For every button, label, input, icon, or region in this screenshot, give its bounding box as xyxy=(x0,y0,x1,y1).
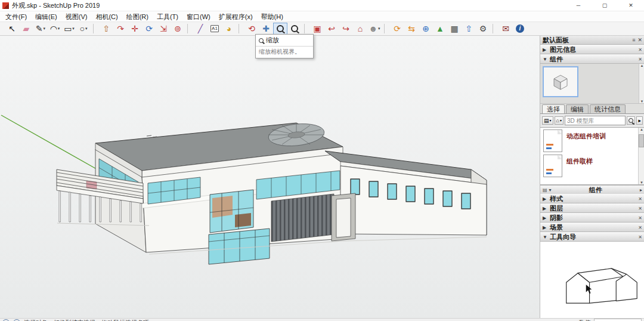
section-scenes[interactable]: ▶ 场景 ✕ xyxy=(540,223,644,232)
pane-toggle-button[interactable]: ▸ xyxy=(636,116,643,125)
menu-file[interactable]: 文件(F) xyxy=(1,12,31,21)
scrollbar-thumb[interactable] xyxy=(639,134,644,147)
expand-arrow-icon[interactable]: ▼ xyxy=(543,234,547,240)
menu-edit[interactable]: 编辑(E) xyxy=(31,12,61,21)
menu-view[interactable]: 视图(V) xyxy=(61,12,92,21)
component-item[interactable]: 动态组件培训 xyxy=(543,129,637,155)
feedback-button[interactable]: ✉ xyxy=(499,23,513,35)
extension-warehouse-button[interactable]: ▦ xyxy=(447,23,462,35)
pan-tool[interactable]: ✚ xyxy=(259,23,273,35)
menu-camera[interactable]: 相机(C) xyxy=(91,12,122,21)
expand-arrow-icon[interactable]: ▶ xyxy=(543,47,547,53)
component-item[interactable]: 组件取样 xyxy=(543,155,637,180)
building-model[interactable] xyxy=(57,121,487,264)
add-location-button[interactable]: ⊕ xyxy=(419,23,433,35)
components-tab-select[interactable]: 选择 xyxy=(542,104,565,113)
warehouse-search-input[interactable] xyxy=(565,116,626,125)
previous-view-tool[interactable]: ↩ xyxy=(324,23,339,35)
chevron-down-icon[interactable]: ▾ xyxy=(549,187,552,193)
move-tool[interactable]: ✛ xyxy=(128,23,142,35)
components-tab-edit[interactable]: 编辑 xyxy=(566,104,589,113)
next-view-tool[interactable]: ↪ xyxy=(339,23,353,35)
followme-tool[interactable]: ↷ xyxy=(113,23,128,35)
get-models-button[interactable]: ⌂ xyxy=(353,23,367,35)
viewport-canvas[interactable] xyxy=(0,36,540,318)
section-close-icon[interactable]: ✕ xyxy=(638,57,642,62)
section-close-icon[interactable]: ✕ xyxy=(638,215,642,221)
eraser-tool[interactable]: ▰ xyxy=(19,23,33,35)
orbit-tool[interactable]: ⟲ xyxy=(244,23,259,35)
dropdown-arrow-icon[interactable]: ▾ xyxy=(44,26,46,31)
rectangle-tool[interactable]: ▭▾ xyxy=(62,23,76,35)
dropdown-arrow-icon[interactable]: ▾ xyxy=(378,26,380,31)
help-button[interactable]: i xyxy=(513,23,527,35)
text-tool[interactable]: A1 xyxy=(208,23,222,35)
zoom-extents-tool[interactable]: ▣ xyxy=(310,23,324,35)
section-close-icon[interactable]: ✕ xyxy=(638,234,642,240)
tape-measure-tool[interactable]: ╱ xyxy=(193,23,208,35)
measurements: 数值 xyxy=(579,319,642,321)
offset-tool[interactable]: ⊚ xyxy=(171,23,185,35)
tray-header[interactable]: 默认面板 ≡ ✕ xyxy=(540,36,644,45)
tray-close-icon[interactable]: ✕ xyxy=(637,37,642,43)
tray-menu-icon[interactable]: ≡ xyxy=(632,37,635,43)
paint-bucket-tool[interactable]: ◕ xyxy=(222,23,236,35)
component-selected-card[interactable] xyxy=(543,66,578,97)
settings-button[interactable]: ⚙ xyxy=(476,23,490,35)
section-styles[interactable]: ▶ 样式 ✕ xyxy=(540,194,644,203)
upload-model-button[interactable]: ⇧ xyxy=(462,23,476,35)
line-tool[interactable]: ✎▾ xyxy=(33,23,48,35)
menu-extensions[interactable]: 扩展程序(x) xyxy=(215,12,257,21)
components-tab-stats[interactable]: 统计信息 xyxy=(590,104,626,113)
dropdown-arrow-icon[interactable]: ▾ xyxy=(85,26,88,31)
menu-window[interactable]: 窗口(W) xyxy=(182,12,215,21)
menu-help[interactable]: 帮助(H) xyxy=(257,12,287,21)
share-model-button[interactable]: ▲ xyxy=(433,23,447,35)
expand-arrow-icon[interactable]: ▶ xyxy=(543,206,547,211)
footer-view-icon[interactable]: ▤ xyxy=(543,187,547,193)
minimize-button[interactable]: ─ xyxy=(565,0,592,11)
expand-arrow-icon[interactable]: ▶ xyxy=(543,215,547,221)
section-close-icon[interactable]: ✕ xyxy=(638,206,642,211)
search-button[interactable] xyxy=(627,116,635,125)
zoom-tool[interactable] xyxy=(273,23,287,35)
scroll-down-icon[interactable]: ▼ xyxy=(640,100,644,103)
expand-arrow-icon[interactable]: ▼ xyxy=(543,57,547,62)
maximize-button[interactable]: ▢ xyxy=(592,0,618,11)
zoom-window-tool[interactable] xyxy=(287,23,302,35)
rotate-tool[interactable]: ⟳ xyxy=(142,23,156,35)
refresh-model-button[interactable]: ⟳ xyxy=(390,23,404,35)
swap-style-button[interactable]: ⇆ xyxy=(404,23,419,35)
section-instructor[interactable]: ▼ 工具向导 ✕ xyxy=(540,232,644,242)
menu-tools[interactable]: 工具(T) xyxy=(153,12,182,21)
menu-draw[interactable]: 绘图(R) xyxy=(122,12,153,21)
collections-button[interactable]: ▤▾ xyxy=(542,116,553,125)
pushpull-tool[interactable]: ⇧ xyxy=(99,23,113,35)
expand-arrow-icon[interactable]: ▶ xyxy=(543,196,547,202)
section-close-icon[interactable]: ✕ xyxy=(638,225,642,230)
dropdown-arrow-icon[interactable]: ▾ xyxy=(72,26,75,31)
paint-bucket-tool-icon: ◕ xyxy=(227,24,231,33)
scroll-up-icon[interactable]: ▲ xyxy=(640,64,644,67)
footer-forward-icon[interactable]: ▸ xyxy=(640,187,642,193)
dropdown-arrow-icon[interactable]: ▾ xyxy=(58,26,60,31)
in-model-button[interactable]: ⌂▾ xyxy=(555,116,564,125)
expand-arrow-icon[interactable]: ▶ xyxy=(543,225,547,230)
section-layers[interactable]: ▶ 图层 ✕ xyxy=(540,203,644,213)
section-shadows[interactable]: ▶ 阴影 ✕ xyxy=(540,213,644,223)
scale-tool[interactable]: ⇲ xyxy=(156,23,171,35)
section-components[interactable]: ▼ 组件 ✕ xyxy=(540,54,644,64)
circle-tool[interactable]: ○▾ xyxy=(76,23,91,35)
close-button[interactable]: ✕ xyxy=(618,0,644,11)
preview-scrollbar[interactable]: ▲ ▼ xyxy=(639,64,644,103)
arc-tool[interactable]: ◠▾ xyxy=(48,23,62,35)
scroll-up-icon[interactable]: ▲ xyxy=(640,128,643,131)
section-entity-info[interactable]: ▶ 图元信息 ✕ xyxy=(540,45,644,54)
scroll-down-icon[interactable]: ▼ xyxy=(640,181,643,184)
section-close-icon[interactable]: ✕ xyxy=(638,47,642,53)
section-close-icon[interactable]: ✕ xyxy=(638,196,642,202)
thumb-mark xyxy=(546,169,553,171)
user-account-button[interactable]: ☻▾ xyxy=(367,23,382,35)
select-tool[interactable]: ↖ xyxy=(5,23,19,35)
measurements-input[interactable] xyxy=(594,319,642,321)
